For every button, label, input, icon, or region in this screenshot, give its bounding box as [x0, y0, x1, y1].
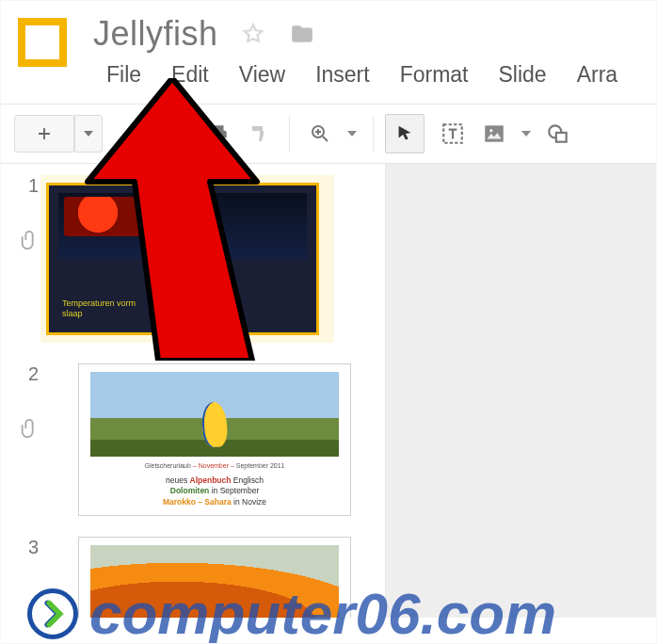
image-tool[interactable] [475, 115, 513, 153]
toolbar-separator [373, 116, 374, 152]
slide-number: 2 [14, 363, 39, 385]
svg-point-3 [489, 129, 492, 132]
toolbar [1, 104, 656, 164]
doc-title[interactable]: Jellyfish [93, 14, 218, 54]
notes-icon[interactable] [16, 230, 42, 250]
shape-tool[interactable] [539, 115, 577, 153]
slide-thumbnail-1[interactable]: Temperaturen vormslaap [46, 183, 319, 335]
menu-slide[interactable]: Slide [486, 59, 560, 90]
menu-view[interactable]: View [226, 59, 298, 90]
watermark-text: computer06.com [89, 580, 556, 644]
slide-number: 3 [14, 537, 39, 558]
menu-bar: File Edit View Insert Format Slide Arra [93, 59, 631, 90]
slide-thumbnail-2[interactable]: Gletscherurlaub – November – September 2… [78, 363, 351, 516]
slide-number: 1 [14, 175, 39, 197]
new-slide-dropdown[interactable] [74, 115, 103, 153]
redo-button[interactable] [157, 115, 195, 153]
slide-canvas[interactable] [385, 164, 656, 618]
slide-caption: Temperaturen vormslaap [62, 298, 136, 319]
new-slide-button[interactable] [14, 115, 74, 153]
menu-arrange[interactable]: Arra [564, 59, 631, 90]
notes-icon[interactable] [16, 418, 42, 439]
text-box-tool[interactable] [434, 115, 472, 153]
paint-format-button[interactable] [240, 115, 278, 153]
watermark-logo-icon [27, 588, 78, 639]
slide-text: neues Alpenbuch Englisch Dolomiten in Se… [79, 475, 350, 507]
star-icon[interactable] [241, 22, 265, 46]
print-button[interactable] [199, 115, 236, 153]
svg-rect-5 [556, 133, 567, 142]
menu-file[interactable]: File [93, 59, 154, 90]
menu-format[interactable]: Format [387, 59, 482, 90]
image-dropdown[interactable] [517, 115, 536, 153]
slides-logo [18, 18, 67, 67]
toolbar-separator [289, 116, 290, 152]
zoom-button[interactable] [301, 115, 339, 153]
svg-rect-2 [485, 125, 504, 141]
menu-insert[interactable]: Insert [302, 59, 383, 90]
slide-panel: 1 Temperaturen vormslaap [1, 164, 385, 618]
move-folder-icon[interactable] [288, 22, 316, 46]
menu-edit[interactable]: Edit [158, 59, 222, 90]
slide-image-placeholder [64, 197, 149, 236]
select-tool[interactable] [385, 114, 425, 153]
zoom-dropdown[interactable] [343, 115, 361, 153]
slide-text: Gletscherurlaub – November – September 2… [79, 462, 350, 469]
undo-button[interactable] [116, 115, 153, 153]
